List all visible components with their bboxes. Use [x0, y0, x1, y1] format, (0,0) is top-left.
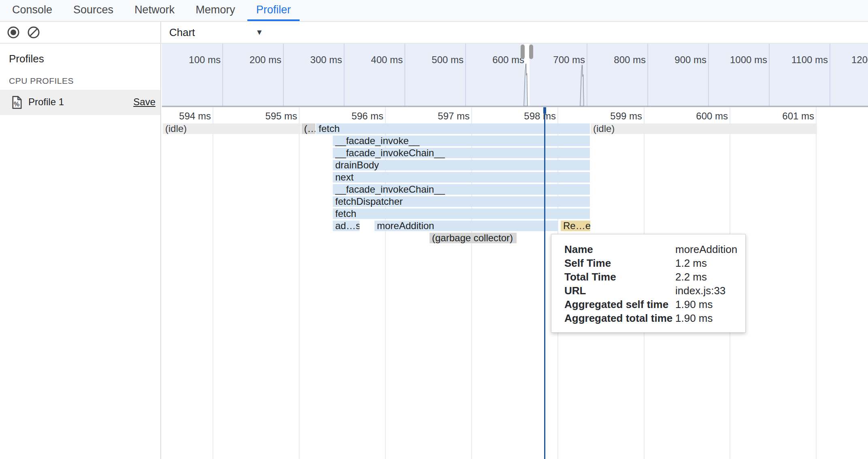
ruler-tick-label: 601 ms — [733, 110, 814, 122]
svg-text:%: % — [14, 101, 19, 108]
ruler-tick-label: 597 ms — [389, 110, 470, 122]
clear-slash-icon — [27, 26, 40, 39]
gridline — [213, 107, 213, 459]
ruler-tick-label: 594 ms — [162, 110, 211, 122]
devtools-window: Console Sources Network Memory Profiler … — [0, 0, 868, 459]
tab-memory[interactable]: Memory — [187, 0, 244, 21]
tooltip-label: Name — [564, 243, 675, 256]
clear-button[interactable] — [27, 26, 40, 39]
gridline — [299, 107, 300, 459]
profile-item[interactable]: % Profile 1 Save — [0, 90, 160, 115]
tab-sources[interactable]: Sources — [64, 0, 122, 21]
tooltip-value: index.js:33 — [675, 285, 725, 297]
flame-bar[interactable]: __facade_invoke__ — [333, 136, 590, 146]
profiles-title: Profiles — [9, 53, 44, 65]
playhead-line[interactable] — [544, 107, 545, 459]
flame-bar[interactable]: (idle) — [163, 123, 301, 134]
tooltip-label: Aggregated total time — [564, 312, 675, 325]
tooltip-label: Self Time — [564, 257, 675, 270]
flame-bar[interactable]: (idle) — [591, 123, 817, 134]
flame-bar[interactable]: __facade_invokeChain__ — [333, 184, 590, 195]
flame-bar[interactable]: (garbage collector) — [430, 233, 517, 243]
flame-chart-area: 1200 ms1100 ms1000 ms900 ms800 ms700 ms6… — [162, 44, 868, 459]
save-profile-link[interactable]: Save — [133, 96, 155, 108]
tooltip-value: 1.2 ms — [675, 257, 707, 270]
profiler-toolbar: Chart ▼ — [0, 22, 868, 44]
tooltip-value: 2.2 ms — [675, 271, 707, 283]
profile-name: Profile 1 — [28, 96, 64, 108]
flame-bar[interactable]: moreAddition — [374, 221, 558, 231]
flame-bar[interactable]: drainBody — [333, 160, 590, 170]
flame-bar[interactable]: fetch — [333, 208, 590, 219]
sidebar: Profiles CPU PROFILES % Profile 1 Save — [0, 44, 161, 459]
cpu-activity-graph — [162, 44, 868, 107]
tooltip-label: Aggregated self time — [564, 298, 675, 311]
record-circle-icon — [6, 26, 20, 39]
flame-bar[interactable]: ad…s — [333, 221, 360, 231]
profile-document-icon: % — [11, 96, 23, 109]
tooltip-label: Total Time — [564, 271, 675, 283]
frame-tooltip: NamemoreAddition Self Time1.2 ms Total T… — [551, 234, 746, 333]
flame-bar[interactable]: fetchDispatcher — [333, 196, 590, 207]
tooltip-value: 1.90 ms — [675, 298, 713, 311]
tooltip-value: 1.90 ms — [675, 312, 713, 325]
tab-console[interactable]: Console — [3, 0, 61, 21]
tooltip-label: URL — [564, 285, 675, 297]
ruler-tick-label: 600 ms — [647, 110, 728, 122]
ruler-tick-label: 596 ms — [302, 110, 383, 122]
profiler-controls — [0, 22, 161, 43]
gridline — [816, 107, 817, 459]
timeline-overview[interactable]: 1200 ms1100 ms1000 ms900 ms800 ms700 ms6… — [162, 44, 868, 107]
selection-handle-right[interactable] — [529, 45, 533, 59]
flame-bar[interactable]: (… — [302, 123, 315, 134]
flame-bar[interactable]: fetch — [316, 123, 590, 134]
cpu-profiles-section-title: CPU PROFILES — [9, 76, 74, 86]
dropdown-caret-icon: ▼ — [255, 28, 263, 37]
tab-network[interactable]: Network — [126, 0, 183, 21]
flame-bar[interactable]: next — [333, 172, 590, 183]
ruler-tick-label: 595 ms — [216, 110, 297, 122]
tabbar: Console Sources Network Memory Profiler — [0, 0, 868, 22]
flame-bar[interactable]: Re…e — [561, 221, 590, 231]
view-mode-value: Chart — [169, 26, 195, 39]
flame-bar[interactable]: __facade_invokeChain__ — [333, 148, 590, 158]
tab-profiler[interactable]: Profiler — [247, 0, 300, 21]
ruler-tick-label: 599 ms — [561, 110, 642, 122]
tooltip-value: moreAddition — [675, 243, 737, 256]
view-mode-select[interactable]: Chart ▼ — [169, 22, 263, 43]
selection-handle-left[interactable] — [521, 45, 525, 59]
time-ruler: 594 ms595 ms596 ms597 ms598 ms599 ms600 … — [162, 107, 868, 123]
record-button[interactable] — [6, 26, 20, 39]
